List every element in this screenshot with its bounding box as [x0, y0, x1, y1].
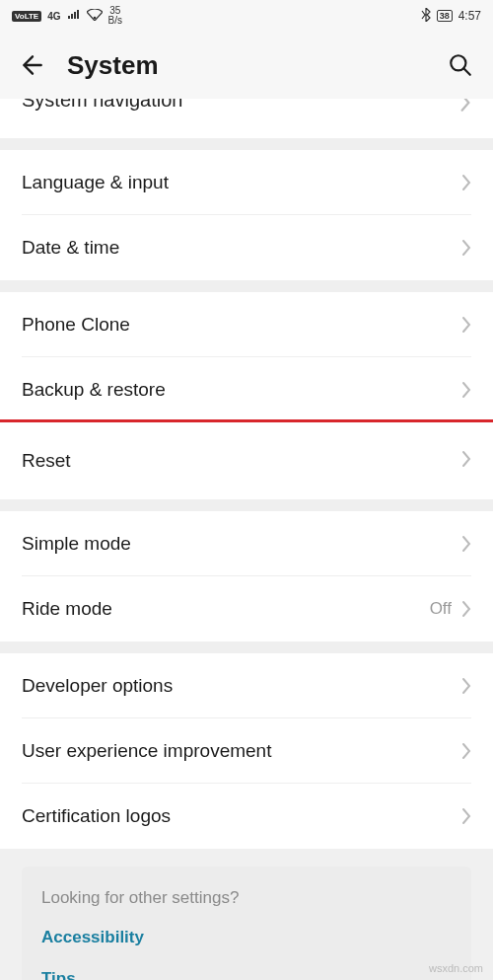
hint-title: Looking for other settings?	[41, 888, 452, 908]
list-group-partial: System navigation	[0, 99, 493, 138]
row-label: Language & input	[22, 172, 169, 193]
link-tips[interactable]: Tips	[41, 969, 452, 980]
row-certification-logos[interactable]: Certification logos	[22, 784, 471, 849]
row-backup-restore[interactable]: Backup & restore	[22, 357, 471, 422]
row-phone-clone[interactable]: Phone Clone	[22, 292, 471, 357]
bluetooth-icon	[421, 8, 431, 25]
link-accessibility[interactable]: Accessibility	[41, 928, 452, 947]
chevron-right-icon	[461, 174, 471, 191]
row-ride-mode[interactable]: Ride mode Off	[22, 576, 471, 641]
chevron-right-icon	[461, 742, 471, 760]
list-group: Language & input Date & time	[0, 150, 493, 280]
chevron-right-icon	[461, 807, 471, 825]
network-speed: 35 B/s	[108, 6, 122, 26]
clock: 4:57	[458, 9, 481, 23]
volte-badge: VoLTE	[12, 11, 41, 22]
row-simple-mode[interactable]: Simple mode	[22, 511, 471, 576]
chevron-right-icon	[461, 677, 471, 695]
chevron-right-icon	[459, 99, 471, 113]
row-label: Phone Clone	[22, 314, 130, 336]
chevron-right-icon	[461, 239, 471, 257]
row-label: Date & time	[22, 237, 119, 259]
status-bar: VoLTE 4G 35 B/s 38 4:57	[0, 0, 493, 32]
row-label: System navigation	[22, 99, 182, 112]
arrow-left-icon	[20, 52, 45, 78]
chevron-right-icon	[461, 316, 471, 334]
row-value: Off	[430, 599, 452, 619]
back-button[interactable]	[20, 52, 45, 78]
chevron-right-icon	[461, 600, 471, 618]
row-developer-options[interactable]: Developer options	[22, 653, 471, 718]
highlight-annotation: Reset	[0, 419, 493, 502]
wifi-icon	[87, 9, 103, 24]
row-label: Simple mode	[22, 533, 131, 555]
row-label: Backup & restore	[22, 379, 166, 401]
search-button[interactable]	[448, 52, 473, 78]
list-group: Phone Clone Backup & restore	[0, 292, 493, 422]
chevron-right-icon	[461, 450, 471, 468]
search-icon	[448, 52, 473, 78]
app-header: System	[0, 32, 493, 99]
watermark: wsxdn.com	[429, 962, 483, 974]
row-reset[interactable]: Reset	[0, 422, 493, 499]
row-label: User experience improvement	[22, 740, 271, 762]
row-label: Certification logos	[22, 805, 171, 827]
row-label: Reset	[22, 450, 71, 472]
row-user-experience-improvement[interactable]: User experience improvement	[22, 718, 471, 784]
signal-icon	[67, 9, 81, 23]
chevron-right-icon	[461, 535, 471, 553]
list-group: Simple mode Ride mode Off	[0, 511, 493, 641]
row-system-navigation[interactable]: System navigation	[22, 99, 471, 138]
status-left: VoLTE 4G 35 B/s	[12, 6, 122, 26]
battery-indicator: 38	[437, 10, 453, 22]
row-label: Developer options	[22, 675, 173, 697]
network-type: 4G	[47, 11, 60, 22]
row-language-input[interactable]: Language & input	[22, 150, 471, 215]
list-group: Developer options User experience improv…	[0, 653, 493, 849]
row-date-time[interactable]: Date & time	[22, 215, 471, 280]
svg-point-0	[93, 16, 96, 19]
page-title: System	[67, 50, 426, 81]
status-right: 38 4:57	[421, 8, 481, 25]
chevron-right-icon	[461, 381, 471, 399]
row-label: Ride mode	[22, 598, 112, 620]
other-settings-hint: Looking for other settings? Accessibilit…	[22, 867, 471, 980]
